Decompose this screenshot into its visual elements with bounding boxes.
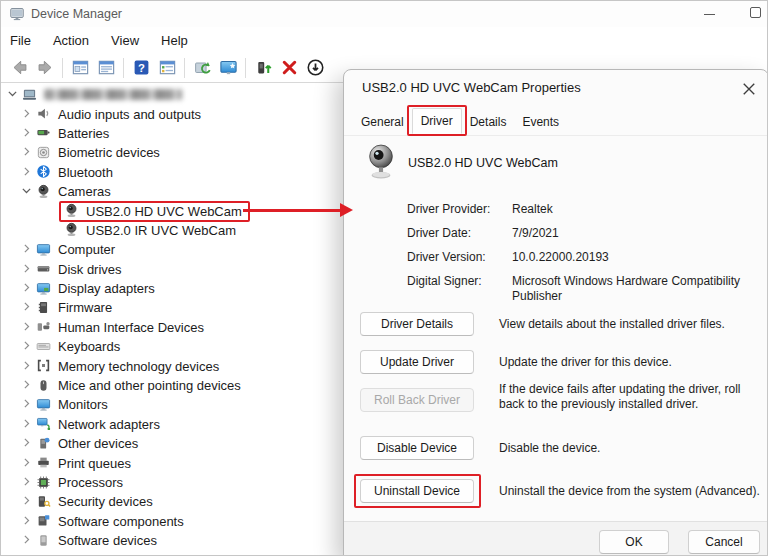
webcam-icon bbox=[36, 184, 52, 200]
chevron-down-icon[interactable] bbox=[6, 87, 21, 102]
chevron-right-icon[interactable] bbox=[20, 359, 35, 374]
webcam-device-icon bbox=[364, 144, 398, 182]
menu-view[interactable]: View bbox=[111, 33, 139, 48]
tab-events[interactable]: Events bbox=[514, 110, 567, 134]
battery-icon bbox=[36, 125, 52, 141]
back-icon bbox=[10, 58, 29, 77]
maximize-button[interactable] bbox=[750, 7, 761, 18]
speaker-icon bbox=[36, 106, 52, 122]
help-button[interactable] bbox=[128, 56, 154, 80]
toolbar-divider bbox=[245, 58, 246, 78]
tree-label: Audio inputs and outputs bbox=[58, 107, 201, 122]
software-component-icon bbox=[36, 513, 52, 529]
driver-details-button[interactable]: Driver Details bbox=[360, 312, 474, 336]
tree-item-mice[interactable]: Mice and other pointing devices bbox=[1, 376, 343, 395]
digital-signer-value: Microsoft Windows Hardware Compatibility… bbox=[512, 274, 764, 303]
update-driver-toolbar-button[interactable] bbox=[189, 56, 215, 80]
chevron-right-icon[interactable] bbox=[20, 397, 35, 412]
chevron-right-icon[interactable] bbox=[20, 165, 35, 180]
chevron-right-icon[interactable] bbox=[20, 107, 35, 122]
tree-item-software-devices[interactable]: Software devices bbox=[1, 531, 343, 550]
tree-item-keyboards[interactable]: Keyboards bbox=[1, 337, 343, 356]
tree-item-memory-tech[interactable]: Memory technology devices bbox=[1, 356, 343, 375]
laptop-icon bbox=[22, 87, 38, 103]
chevron-right-icon[interactable] bbox=[20, 494, 35, 509]
menu-action[interactable]: Action bbox=[53, 33, 89, 48]
tree-label: Memory technology devices bbox=[58, 359, 219, 374]
tree-item-display-adapters[interactable]: Display adapters bbox=[1, 279, 343, 298]
chevron-down-icon[interactable] bbox=[20, 184, 35, 199]
tree-item-usb2-ir-webcam[interactable]: USB2.0 IR UVC WebCam bbox=[1, 221, 343, 240]
tree-label: Processors bbox=[58, 475, 123, 490]
tree-item-biometric[interactable]: Biometric devices bbox=[1, 143, 343, 162]
toolbar-divider bbox=[184, 58, 185, 78]
chevron-right-icon[interactable] bbox=[20, 339, 35, 354]
tree-item-batteries[interactable]: Batteries bbox=[1, 124, 343, 143]
uninstall-device-button[interactable]: Uninstall Device bbox=[360, 479, 474, 503]
minimize-button[interactable] bbox=[704, 14, 715, 15]
keyboard-icon bbox=[36, 339, 52, 355]
menu-help[interactable]: Help bbox=[161, 33, 188, 48]
chevron-right-icon[interactable] bbox=[20, 145, 35, 160]
software-device-icon bbox=[36, 533, 52, 549]
cancel-button[interactable]: Cancel bbox=[688, 530, 760, 554]
chevron-right-icon[interactable] bbox=[20, 533, 35, 548]
chevron-right-icon[interactable] bbox=[20, 514, 35, 529]
dialog-footer: OK Cancel bbox=[344, 521, 768, 556]
tree-item-disk-drives[interactable]: Disk drives bbox=[1, 260, 343, 279]
back-button[interactable] bbox=[6, 56, 32, 80]
tree-item-other-devices[interactable]: Other devices bbox=[1, 434, 343, 453]
show-console-window-button[interactable] bbox=[67, 56, 93, 80]
tree-item-audio[interactable]: Audio inputs and outputs bbox=[1, 104, 343, 123]
properties-button[interactable] bbox=[93, 56, 119, 80]
chevron-right-icon[interactable] bbox=[20, 436, 35, 451]
disable-circle-icon bbox=[306, 58, 325, 77]
tree-item-hid[interactable]: Human Interface Devices bbox=[1, 318, 343, 337]
driver-provider-label: Driver Provider: bbox=[407, 202, 509, 216]
tree-item-cameras[interactable]: Cameras bbox=[1, 182, 343, 201]
chevron-right-icon[interactable] bbox=[20, 281, 35, 296]
tree-label: Human Interface Devices bbox=[58, 320, 204, 335]
tree-item-software-components[interactable]: Software components bbox=[1, 512, 343, 531]
export-list-button[interactable] bbox=[154, 56, 180, 80]
uninstall-toolbar-button[interactable] bbox=[276, 56, 302, 80]
tree-item-print-queues[interactable]: Print queues bbox=[1, 453, 343, 472]
chevron-right-icon[interactable] bbox=[20, 320, 35, 335]
tree-item-monitors[interactable]: Monitors bbox=[1, 395, 343, 414]
export-list-icon bbox=[158, 58, 177, 77]
tree-item-firmware[interactable]: Firmware bbox=[1, 298, 343, 317]
ok-button[interactable]: OK bbox=[599, 530, 669, 554]
security-icon bbox=[36, 494, 52, 510]
tab-general[interactable]: General bbox=[353, 110, 412, 134]
chevron-right-icon[interactable] bbox=[20, 300, 35, 315]
chevron-right-icon[interactable] bbox=[20, 242, 35, 257]
tree-item-network-adapters[interactable]: Network adapters bbox=[1, 415, 343, 434]
chevron-right-icon[interactable] bbox=[20, 126, 35, 141]
disable-device-button[interactable]: Disable Device bbox=[360, 436, 474, 460]
tree-item-computer[interactable]: Computer bbox=[1, 240, 343, 259]
bluetooth-icon bbox=[36, 164, 52, 180]
tree-item-computer-root[interactable] bbox=[1, 85, 343, 104]
toolbar-divider bbox=[123, 58, 124, 78]
disable-toolbar-button[interactable] bbox=[302, 56, 328, 80]
chevron-right-icon[interactable] bbox=[20, 456, 35, 471]
disk-icon bbox=[36, 261, 52, 277]
fingerprint-icon bbox=[36, 145, 52, 161]
scan-hardware-changes-button[interactable] bbox=[215, 56, 241, 80]
chevron-right-icon[interactable] bbox=[20, 378, 35, 393]
forward-button[interactable] bbox=[32, 56, 58, 80]
menu-file[interactable]: File bbox=[10, 33, 31, 48]
tree-label: Other devices bbox=[58, 436, 138, 451]
chevron-right-icon[interactable] bbox=[20, 262, 35, 277]
tree-item-processors[interactable]: Processors bbox=[1, 473, 343, 492]
tree-item-security-devices[interactable]: Security devices bbox=[1, 492, 343, 511]
update-driver-button[interactable]: Update Driver bbox=[360, 350, 474, 374]
tab-details[interactable]: Details bbox=[462, 110, 515, 134]
chevron-right-icon[interactable] bbox=[20, 417, 35, 432]
close-icon[interactable] bbox=[742, 82, 756, 96]
chevron-right-icon[interactable] bbox=[20, 475, 35, 490]
tab-driver[interactable]: Driver bbox=[412, 108, 462, 134]
add-driver-button[interactable] bbox=[250, 56, 276, 80]
tree-item-bluetooth[interactable]: Bluetooth bbox=[1, 163, 343, 182]
driver-version-label: Driver Version: bbox=[407, 250, 509, 264]
